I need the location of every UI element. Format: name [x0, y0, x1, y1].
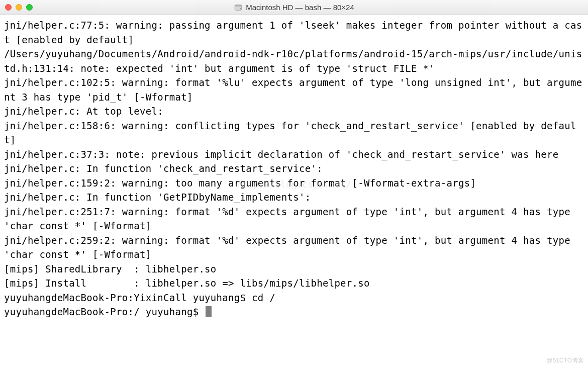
output-line: yuyuhangdeMacBook-Pro:YixinCall yuyuhang… — [4, 291, 584, 305]
terminal-output[interactable]: jni/helper.c:77:5: warning: passing argu… — [0, 15, 588, 368]
output-line: jni/helper.c:77:5: warning: passing argu… — [4, 18, 584, 47]
terminal-window: Macintosh HD — bash — 80×24 jni/helper.c… — [0, 0, 588, 368]
output-line: jni/helper.c:102:5: warning: format '%lu… — [4, 75, 584, 104]
svg-rect-1 — [235, 5, 242, 6]
output-line: jni/helper.c:158:6: warning: conflicting… — [4, 119, 584, 147]
output-line: jni/helper.c:159:2: warning: too many ar… — [4, 176, 584, 191]
output-line: [mips] SharedLibrary : libhelper.so — [4, 262, 584, 277]
close-button[interactable] — [5, 4, 12, 11]
maximize-button[interactable] — [26, 4, 33, 11]
minimize-button[interactable] — [16, 4, 22, 11]
window-title-area: Macintosh HD — bash — 80×24 — [0, 3, 588, 12]
disk-icon — [234, 3, 243, 12]
prompt-text: yuyuhangdeMacBook-Pro:/ yuyuhang$ — [4, 305, 205, 319]
output-line: [mips] Install : libhelper.so => libs/mi… — [4, 276, 584, 291]
output-line: jni/helper.c:259:2: warning: format '%d'… — [4, 233, 584, 262]
output-line: jni/helper.c: In function 'check_and_res… — [4, 161, 584, 176]
svg-rect-0 — [235, 5, 242, 10]
output-line: jni/helper.c: In function 'GetPIDbyName_… — [4, 190, 584, 205]
cursor-block — [206, 306, 212, 317]
svg-point-2 — [240, 8, 241, 9]
window-title: Macintosh HD — bash — 80×24 — [246, 3, 354, 12]
prompt-line[interactable]: yuyuhangdeMacBook-Pro:/ yuyuhang$ — [4, 305, 584, 319]
window-titlebar[interactable]: Macintosh HD — bash — 80×24 — [0, 0, 588, 15]
output-line: /Users/yuyuhang/Documents/Android/androi… — [4, 47, 584, 75]
traffic-lights — [5, 4, 33, 11]
output-line: jni/helper.c:37:3: note: previous implic… — [4, 147, 584, 162]
output-line: jni/helper.c: At top level: — [4, 104, 584, 119]
output-line: jni/helper.c:251:7: warning: format '%d'… — [4, 205, 584, 233]
